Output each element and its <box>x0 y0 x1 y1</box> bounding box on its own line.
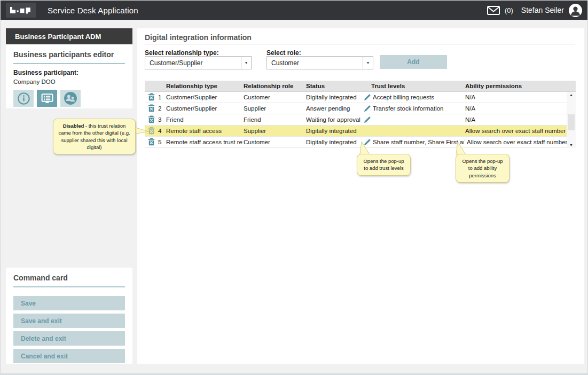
table-body: 1Customer/SupplierCustomerDigitally inte… <box>145 92 576 148</box>
trash-delete-icon[interactable] <box>147 115 155 123</box>
divider <box>13 286 125 287</box>
relationship-type-select[interactable]: Customer/Supplier ▾ <box>145 56 252 69</box>
col-trust-levels: Trust levels <box>363 83 464 89</box>
role-select[interactable]: Customer ▾ <box>266 56 373 69</box>
cell-ability-permissions: N/A <box>464 116 567 123</box>
table-row[interactable]: 4Remote staff accessSupplierDigitally in… <box>145 126 576 137</box>
save-button[interactable]: Save <box>13 296 125 310</box>
user-name[interactable]: Stefan Seiler <box>521 6 564 14</box>
row-number: 5 <box>156 139 165 145</box>
cell-trust-levels: Transfer stock information <box>363 105 464 112</box>
cell-ability-permissions: N/A <box>464 105 567 112</box>
cell-status: Digitally integrated <box>305 128 363 134</box>
brand-logo <box>6 3 36 18</box>
cell-relationship-type: Friend <box>165 116 242 123</box>
callout-add-trust-levels: Opens the pop-up to add trust levels <box>357 154 411 176</box>
page-title: Digital integration information <box>145 33 252 42</box>
cell-relationship-role: Supplier <box>242 105 305 112</box>
participant-value: Company DOO <box>13 79 125 85</box>
command-card-panel: Command card Save Save and exit Delete a… <box>6 268 132 364</box>
user-avatar-icon[interactable] <box>569 4 582 17</box>
cell-relationship-type: Remote staff access trust relation <box>165 139 242 145</box>
col-ability-permissions: Ability permissions <box>464 83 567 89</box>
mail-count: (0) <box>505 6 513 14</box>
col-status: Status <box>305 83 363 89</box>
table-row[interactable]: 2Customer/SupplierSupplierAnswer pending… <box>145 103 576 114</box>
trash-delete-icon[interactable] <box>147 138 155 146</box>
scroll-up-arrow-icon[interactable]: ▲ <box>567 92 576 98</box>
table-row[interactable]: 1Customer/SupplierCustomerDigitally inte… <box>145 92 576 103</box>
bottom-edge <box>1 373 588 374</box>
top-bar: Service Desk Application (0) Stefan Seil… <box>1 1 588 20</box>
screen-list-icon[interactable] <box>37 90 57 107</box>
callout-add-ability-permissions: Opens the pop-up to add ability permissi… <box>456 154 509 183</box>
callout-tail <box>359 142 372 155</box>
cell-relationship-role: Friend <box>242 116 305 123</box>
trust-levels-text: Accept billing requests <box>373 94 434 100</box>
role-value: Customer <box>267 59 363 67</box>
trash-delete-icon[interactable] <box>147 93 155 101</box>
vertical-scrollbar[interactable]: ▲ ▼ <box>567 92 576 148</box>
cell-status: Waiting for approval <box>305 116 363 123</box>
callout-disabled-trust-relation: Disabled - this trust relation came from… <box>53 119 136 154</box>
ability-permissions-text: N/A <box>465 94 475 100</box>
scrollbar-thumb[interactable] <box>568 114 575 130</box>
cell-relationship-type: Customer/Supplier <box>165 94 242 100</box>
cell-status: Digitally integrated <box>305 94 363 100</box>
ability-permissions-text: N/A <box>465 116 475 123</box>
callout-tail <box>455 142 468 155</box>
editor-title: Business participants editor <box>13 50 125 59</box>
col-relationship-role: Relationship role <box>242 83 305 89</box>
app-title: Service Desk Application <box>48 6 138 15</box>
users-icon[interactable] <box>60 90 81 107</box>
relationship-type-label: Select relationship type: <box>145 49 219 57</box>
cell-ability-permissions: Allow search over exact staff number, Al… <box>464 138 567 146</box>
relationship-type-value: Customer/Supplier <box>145 59 241 67</box>
divider <box>13 63 125 64</box>
chevron-down-icon[interactable]: ▾ <box>241 57 251 69</box>
cell-trust-levels: Share staff number, Share First and L... <box>363 138 464 146</box>
pencil-edit-icon[interactable] <box>364 93 371 101</box>
cell-relationship-role: Supplier <box>242 128 305 134</box>
cell-status: Digitally integrated <box>305 139 363 145</box>
cell-relationship-type: Remote staff access <box>165 128 242 134</box>
trash-delete-icon[interactable] <box>147 104 155 112</box>
mail-envelope-icon[interactable] <box>487 6 500 15</box>
chevron-down-icon[interactable]: ▾ <box>363 57 373 69</box>
role-label: Select role: <box>266 49 301 57</box>
ability-permissions-text: N/A <box>465 105 475 112</box>
delete-and-exit-button[interactable]: Delete and exit <box>13 331 125 346</box>
cancel-and-exit-button[interactable]: Cancel and exit <box>13 349 125 363</box>
relations-table: Relationship type Relationship role Stat… <box>145 81 576 148</box>
cell-status: Answer pending <box>305 105 363 112</box>
table-row[interactable]: 3FriendFriendWaiting for approvalN/A <box>145 114 576 126</box>
command-card-title: Command card <box>13 274 125 282</box>
row-number: 4 <box>156 128 165 134</box>
cell-trust-levels <box>363 116 464 123</box>
cell-trust-levels: Accept billing requests <box>363 93 464 101</box>
save-and-exit-button[interactable]: Save and exit <box>13 314 125 328</box>
ability-permissions-text: Allow search over exact staff number, Al… <box>467 139 567 145</box>
cell-relationship-role: Customer <box>242 94 305 100</box>
ability-permissions-text: Allow search over exact staff number <box>465 128 566 134</box>
cell-ability-permissions: Allow search over exact staff number <box>464 128 567 134</box>
scroll-down-arrow-icon[interactable]: ▼ <box>567 142 576 148</box>
trust-levels-text: Share staff number, Share First and L... <box>373 139 464 145</box>
participant-label: Business participant: <box>13 69 125 76</box>
digital-integration-panel: Digital integration information Select r… <box>137 28 584 364</box>
table-header-row: Relationship type Relationship role Stat… <box>145 81 576 92</box>
row-number: 1 <box>156 94 165 100</box>
module-title: Business Participant ADM <box>6 28 132 44</box>
cell-relationship-type: Customer/Supplier <box>165 105 242 112</box>
business-participants-editor-panel: Business participants editor Business pa… <box>6 44 132 108</box>
trust-levels-text: Transfer stock information <box>373 105 444 112</box>
pencil-edit-icon[interactable] <box>364 105 371 112</box>
cell-relationship-role: Customer <box>242 139 305 145</box>
brand-logo-glyphs <box>10 6 32 14</box>
col-relationship-type: Relationship type <box>165 83 242 89</box>
pencil-edit-icon[interactable] <box>364 116 371 123</box>
info-icon[interactable] <box>13 90 34 107</box>
add-button[interactable]: Add <box>380 55 447 69</box>
divider <box>145 44 575 44</box>
cell-ability-permissions: N/A <box>464 94 567 100</box>
